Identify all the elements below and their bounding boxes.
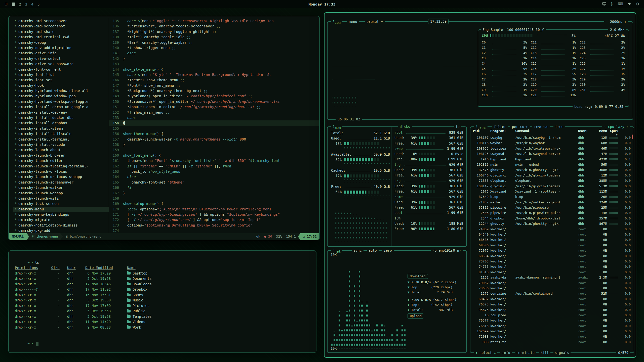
process-row[interactable]: 76313kworker/root0B0.0 [473,323,631,329]
ls-row[interactable]: Work [127,325,316,330]
file-tree-item[interactable]: *omarchy-launch-or-focus [13,169,109,174]
file-tree-item[interactable]: *omarchy-menu-keybindings [13,212,109,217]
workspace-2[interactable]: 2 [19,2,21,6]
footer-signals-button[interactable]: signals [553,350,571,355]
proc-box-tab[interactable]: 4proc [474,124,488,129]
file-tree-item[interactable]: *omarchy-drive-select [13,56,109,61]
net-interface[interactable]: ‹b enp191s0 n› [431,248,463,253]
zero-button[interactable]: zero [382,248,394,253]
process-row[interactable]: 2075XwaylandXwayland :1 -rootless -dhh11… [473,189,631,194]
process-row[interactable]: 108125swayosd-/usr/lib/swayosd-serverdhh… [473,151,631,156]
process-row[interactable]: 73703kworker/root0B0.0 [473,259,631,264]
file-tree-item[interactable]: *omarchy-debug [13,40,109,45]
process-row[interactable]: 803btrfs-trroot0B0.0 [473,339,631,345]
ls-row[interactable]: Templates [127,314,316,320]
file-tree-item[interactable]: *omarchy-launch-walker [13,185,109,190]
process-row[interactable]: 72088kworker/root0B0.0 [473,334,631,339]
btop-window[interactable]: 1cpu menu preset * 17:32:59 - 2000ms + E… [324,12,636,358]
file-tree-item[interactable]: *omarchy-install-vscode [13,142,109,147]
ls-row[interactable]: Public [127,308,316,314]
process-row[interactable]: 76577kworker/root0B0.0 [473,318,631,323]
file-tree-item[interactable]: *omarchy-install-terminal [13,137,109,142]
code-area[interactable]: 135 case $(menu "Toggle" "▢ Screensaver\… [109,18,319,233]
file-tree-item[interactable]: *omarchy-hyprland-window-pop [13,94,109,99]
process-row[interactable]: 102099kworker/root0B0.0 [473,329,631,334]
settings-gear-icon[interactable]: ⚙ [636,2,639,6]
reverse-button[interactable]: reverse [532,124,550,129]
file-tree-item[interactable]: *omarchy-launch-or-focus-webapp [13,174,109,179]
file-tree-item[interactable]: *omarchy-launch-floating-terminal- [13,164,109,169]
footer-info-button[interactable]: info [500,350,512,355]
ls-row[interactable]: Pictures [127,303,316,309]
scrollbar-thumb[interactable] [632,134,633,139]
ls-row[interactable]: Dropbox [127,287,316,292]
ls-row[interactable]: Documents [127,276,316,282]
ls-row[interactable]: Music [127,298,316,303]
sync-button[interactable]: sync [352,248,364,253]
process-row[interactable]: 2506pipewire/usr/bin/pipewire-pulsedhh14… [473,210,631,215]
disks-tab[interactable]: disks [398,124,412,129]
footer-terminate-button[interactable]: terminate [515,350,536,355]
file-tree-item[interactable]: *omarchy-launch-about [13,147,109,153]
process-row[interactable]: 1275containe/usr/bin/containerdroot52M0.… [473,291,631,296]
file-tree-item[interactable]: *omarchy-notification-dismiss [13,223,109,228]
process-row[interactable]: 74733kworker/root0B0.0 [473,264,631,269]
process-row[interactable]: 1916HyprlandHyprlanddhh423M0.1 [473,157,631,162]
footer-kill-button[interactable]: kill [539,350,550,355]
file-tree-item[interactable]: *omarchy-dev-add-migration [13,45,109,51]
ls-row[interactable]: Downloads [127,282,316,287]
file-tree-item[interactable]: *omarchy-hyprland-workspace-toggle [13,99,109,104]
app-menu-icon[interactable]: ⊞ [5,2,8,6]
net-box-tab[interactable]: 3net [331,248,342,253]
process-row[interactable]: 87573ghostty/usr/bin/ghostty --gtk-dhh36… [473,167,631,172]
workspace-4[interactable]: 4 [31,2,33,6]
process-row[interactable]: 95673kworker/root0B0.0 [473,307,631,312]
filter-button[interactable]: filter [492,124,508,129]
process-row[interactable]: 68584kworker/root0B0.0 [473,253,631,259]
process-row[interactable]: 74869kworker/root0B0.0 [473,227,631,232]
mem-box-tab[interactable]: 2mem [331,124,342,129]
workspace-active-indicator[interactable] [12,3,15,6]
file-tree-item[interactable]: *omarchy-menu [13,207,109,212]
keyboard-icon[interactable]: ⌨ [618,2,623,6]
file-tree-item[interactable]: *omarchy-launch-editor [13,158,109,163]
process-row[interactable]: 76575kworker/root0B0.0 [473,302,631,307]
editor-window[interactable]: *omarchy-cmd-screensaver*omarchy-cmd-scr… [8,16,320,240]
process-row[interactable]: 16rcu_preeroot0B0.0 [473,312,631,318]
file-tree-item[interactable]: *omarchy-migrate [13,217,109,222]
process-row[interactable]: 68402kworker/root0B0.0 [473,296,631,302]
process-row[interactable]: 1162avahi-daavahi-daemon: running [avahi… [473,275,631,280]
process-row[interactable]: 71835elephantelephantdhh385M0.0 [473,178,631,183]
process-row[interactable]: 108107swaybg/usr/bin/swaybg -i /homdhh12… [473,135,631,140]
prompt-line[interactable]: ~› [15,336,316,341]
sort-selector[interactable]: ‹ cpu lazy › [602,124,630,129]
file-tree-item[interactable]: *omarchy-install-tailscale [13,131,109,137]
screen-cast-icon[interactable] [602,2,606,7]
process-row[interactable]: 81310kworker/root0B0.0 [473,269,631,275]
update-interval[interactable]: - 2000ms + [604,19,628,24]
process-row[interactable]: 79032kworker/root0B0.0 [473,280,631,286]
ls-row[interactable]: Desktop [127,271,316,276]
ls-row[interactable]: Games [127,292,316,298]
file-tree-item[interactable]: *omarchy-cmd-screensaver [13,18,109,24]
file-tree-item[interactable]: *omarchy-install-dev-env [13,110,109,115]
file-tree-item[interactable]: *omarchy-cmd-screenshot [13,24,109,29]
file-tree-item[interactable]: *omarchy-drive-info [13,51,109,56]
process-row[interactable]: 68586kworker/root0B0.0 [473,243,631,248]
process-row[interactable]: 71837walker/usr/bin/walker --gappldhh324… [473,200,631,205]
file-tree-item[interactable]: *omarchy-cmd-share [13,29,109,34]
file-tree-item[interactable]: *omarchy-launch-webapp [13,191,109,196]
file-tree-item[interactable]: *omarchy-hook [13,83,109,88]
process-row[interactable]: 63816pipewire/usr/bin/pipewiredhh25M0.0 [473,205,631,210]
workspace-5[interactable]: 5 [37,2,39,6]
process-row[interactable]: 108116waybar/usr/bin/waybardhh68M0.0 [473,140,631,146]
process-row[interactable]: 2544dropbox/home/dhh/.dropbox-distdhh357… [473,216,631,221]
process-row[interactable]: 108033localsea/usr/lib/localsearch-exdhh… [473,146,631,151]
process-row[interactable]: 87649btopbtopdhh26M0.0 [473,194,631,199]
bluetooth-icon[interactable]: ᛒ [611,2,613,6]
file-tree[interactable]: *omarchy-cmd-screensaver*omarchy-cmd-scr… [9,18,109,233]
file-tree-item[interactable]: *omarchy-lock-screen [13,201,109,206]
preset-button[interactable]: preset * [365,19,385,24]
file-tree-item[interactable]: *omarchy-font-current [13,67,109,72]
workspace-3[interactable]: 3 [25,2,27,6]
